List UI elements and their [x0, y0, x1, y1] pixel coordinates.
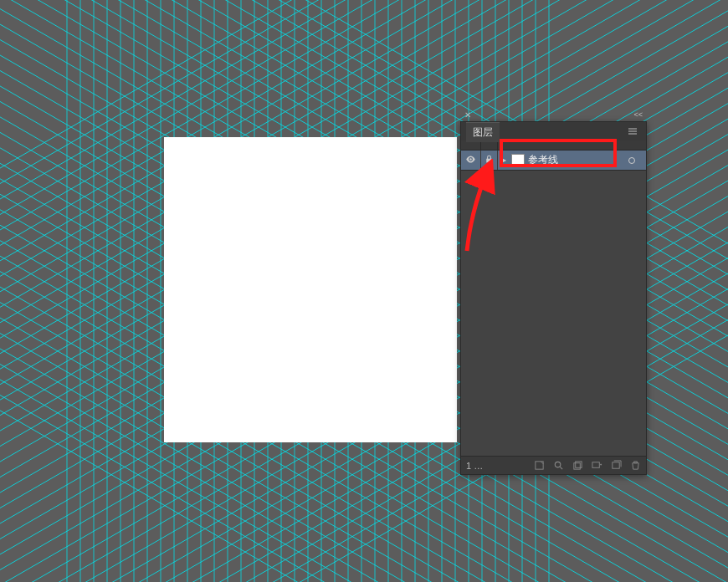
- svg-rect-126: [613, 462, 619, 468]
- find-object-icon[interactable]: [553, 460, 564, 471]
- panel-close-icon[interactable]: ✕: [464, 110, 471, 120]
- layer-expand-toggle[interactable]: ▶: [498, 151, 510, 170]
- panel-menu-icon[interactable]: [624, 124, 641, 139]
- new-sublayer-icon[interactable]: [592, 460, 602, 471]
- new-layer-icon[interactable]: [611, 460, 622, 471]
- layers-list-empty-area[interactable]: [461, 171, 646, 456]
- delete-layer-icon[interactable]: [630, 460, 641, 471]
- make-clipping-mask-icon[interactable]: [572, 460, 583, 471]
- panel-header: 图层: [461, 122, 646, 140]
- svg-rect-123: [574, 463, 580, 469]
- layer-visibility-toggle[interactable]: [461, 151, 481, 170]
- layer-selection-indicator: [639, 151, 646, 170]
- layer-lock-toggle[interactable]: [481, 151, 498, 170]
- layer-name-label[interactable]: 参考线: [528, 153, 624, 167]
- layer-count-label: 1 …: [466, 461, 525, 471]
- svg-point-119: [469, 158, 471, 160]
- layers-panel[interactable]: ✕ << 图层 ▶ 参考线 1 …: [460, 121, 647, 475]
- svg-line-122: [560, 467, 562, 469]
- artboard[interactable]: [164, 137, 457, 442]
- panel-footer: 1 …: [461, 456, 646, 474]
- layer-row[interactable]: ▶ 参考线: [461, 151, 646, 171]
- eye-icon: [465, 153, 476, 168]
- layer-column-headers: [461, 140, 646, 151]
- svg-rect-125: [592, 462, 599, 468]
- layer-target-button[interactable]: [624, 157, 639, 164]
- svg-rect-124: [576, 462, 582, 467]
- lock-icon: [484, 153, 495, 168]
- layer-thumbnail: [511, 154, 525, 167]
- locate-object-icon[interactable]: [534, 460, 545, 471]
- panel-collapse-icon[interactable]: <<: [633, 110, 643, 119]
- svg-point-121: [555, 462, 561, 467]
- layers-tab[interactable]: 图层: [466, 122, 500, 142]
